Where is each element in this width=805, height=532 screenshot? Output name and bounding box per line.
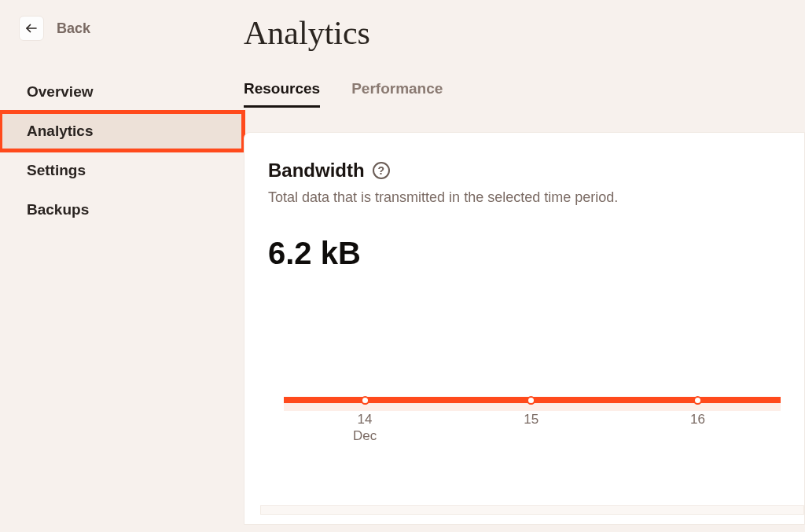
app-frame: Back Overview Analytics Settings Backups… [0,0,805,532]
tab-resources[interactable]: Resources [244,80,320,108]
card-title: Bandwidth [268,160,365,182]
chart-x-label: 14Dec [353,411,377,445]
chart-point[interactable] [361,396,369,405]
arrow-left-icon [24,21,39,35]
help-icon[interactable]: ? [373,162,390,179]
chart-point[interactable] [527,396,535,405]
card-description: Total data that is transmitted in the se… [268,189,781,206]
tabs: Resources Performance [244,80,805,108]
tab-label: Resources [244,80,320,97]
sidebar-item-analytics[interactable]: Analytics [0,112,244,151]
back-label[interactable]: Back [57,20,90,37]
chart-x-labels: 14Dec1516 [284,411,781,441]
chart-point[interactable] [693,396,702,405]
sidebar-item-label: Analytics [27,123,93,139]
back-button[interactable] [19,16,44,41]
chart-x-label: 15 [524,411,539,427]
tab-performance[interactable]: Performance [351,80,443,108]
sidebar-item-label: Backups [27,201,89,218]
sidebar-item-settings[interactable]: Settings [0,151,244,190]
card-title-row: Bandwidth ? [268,160,781,182]
chart-scrubber[interactable] [260,505,804,515]
main-content: Analytics Resources Performance Bandwidt… [244,0,805,532]
chart-fill [284,403,781,411]
back-row: Back [0,16,244,41]
bandwidth-card: Bandwidth ? Total data that is transmitt… [244,132,805,525]
chart-plot [284,299,781,402]
chart-x-label: 16 [690,411,705,427]
metric-value: 6.2 kB [268,236,781,271]
bandwidth-chart: 14Dec1516 [284,299,781,441]
sidebar-item-overview[interactable]: Overview [0,72,244,112]
sidebar-nav: Overview Analytics Settings Backups [0,72,244,229]
sidebar-item-backups[interactable]: Backups [0,190,244,229]
page-title: Analytics [244,14,805,52]
sidebar-item-label: Overview [27,83,94,100]
tab-label: Performance [351,80,443,97]
sidebar: Back Overview Analytics Settings Backups [0,0,244,532]
question-mark-icon: ? [377,164,384,177]
sidebar-item-label: Settings [27,162,86,178]
